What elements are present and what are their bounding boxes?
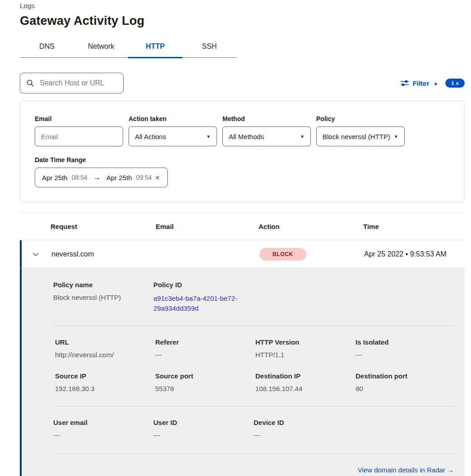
row-expand-chevron-icon[interactable] <box>32 252 39 256</box>
email-field-input[interactable] <box>35 126 123 146</box>
column-header-email: Email <box>156 223 259 230</box>
date-range-picker[interactable]: Apr 25th 08:54 → Apr 25th 09:54 × <box>35 168 168 187</box>
page-title: Gateway Activity Log <box>20 14 465 28</box>
method-select[interactable]: All Methods ▼ <box>222 126 311 146</box>
log-type-tabs: DNS Network HTTP SSH <box>20 38 236 58</box>
range-start-time: 08:54 <box>72 174 88 181</box>
column-header-time: Time <box>363 223 465 230</box>
destination-ip-block: Destination IP 108.156.107.44 <box>255 372 356 392</box>
view-domain-details-radar-link[interactable]: View domain details in Radar → <box>358 466 454 474</box>
row-request-cell: neverssl.com <box>51 250 157 258</box>
url-value: http://neverssl.com/ <box>55 351 155 359</box>
policy-id-block: Policy ID a91c3eb4-ba7a-4201-be72-29a934… <box>153 281 254 313</box>
chevron-down-icon: ▼ <box>206 134 211 139</box>
is-isolated-value: --- <box>356 351 455 359</box>
search-filter-bar: Filter ▲ 1 x <box>20 73 465 93</box>
row-detail-panel: Policy name Block neverssl (HTTP) Policy… <box>20 268 465 476</box>
is-isolated-block: Is Isolated --- <box>356 338 455 359</box>
policy-id-label: Policy ID <box>153 281 254 289</box>
search-input[interactable] <box>39 79 117 88</box>
http-detail-row-1: URL http://neverssl.com/ Referer --- HTT… <box>53 326 455 359</box>
method-label: Method <box>222 115 311 122</box>
arrow-right-icon: → <box>93 173 101 182</box>
date-time-range-label: Date Time Range <box>35 156 450 163</box>
policy-selected-value: Block neverssl (HTTP) <box>323 133 390 140</box>
range-end-date: Apr 25th <box>106 174 132 182</box>
http-section: URL http://neverssl.com/ Referer --- HTT… <box>53 326 455 406</box>
tab-dns[interactable]: DNS <box>20 38 74 57</box>
table-row[interactable]: neverssl.com BLOCK Apr 25 2022 • 9:53:53… <box>20 240 465 268</box>
destination-ip-label: Destination IP <box>255 372 356 380</box>
referer-value: --- <box>155 351 255 359</box>
referer-block: Referer --- <box>155 338 255 359</box>
filter-fields-row: Email Action taken All Actions ▼ Method … <box>35 115 450 146</box>
device-id-label: Device ID <box>254 419 354 426</box>
action-taken-label: Action taken <box>129 115 217 122</box>
user-email-block: User email --- <box>53 419 153 439</box>
action-taken-selected-value: All Actions <box>135 133 166 140</box>
policy-id-link[interactable]: a91c3eb4-ba7a-4201-be72-29a934dd359d <box>153 294 242 313</box>
source-port-label: Source port <box>155 372 255 380</box>
range-start-date: Apr 25th <box>42 174 68 182</box>
table-header-row: Request Email Action Time <box>20 213 465 240</box>
user-email-value: --- <box>53 431 153 439</box>
policy-name-label: Policy name <box>53 281 153 289</box>
filter-field-policy: Policy Block neverssl (HTTP) ▼ <box>316 115 405 146</box>
url-block: URL http://neverssl.com/ <box>55 338 155 359</box>
gateway-activity-log-page: Logs Gateway Activity Log DNS Network HT… <box>0 0 471 476</box>
source-ip-label: Source IP <box>55 372 155 380</box>
email-field-label: Email <box>35 115 123 122</box>
search-box[interactable] <box>20 73 124 93</box>
is-isolated-label: Is Isolated <box>356 338 455 346</box>
activity-log-table: Request Email Action Time neverssl.com B… <box>20 213 465 476</box>
source-ip-block: Source IP 192.168.30.3 <box>55 372 155 392</box>
breadcrumb[interactable]: Logs <box>20 2 465 9</box>
destination-port-label: Destination port <box>356 372 455 380</box>
url-label: URL <box>55 338 155 346</box>
chevron-down-icon: ▼ <box>300 134 305 139</box>
source-port-value: 55378 <box>155 385 255 392</box>
filter-toggle[interactable]: Filter ▲ 1 x <box>401 79 465 88</box>
http-version-block: HTTP Version HTTP/1.1 <box>255 338 356 359</box>
device-id-value: --- <box>254 431 354 439</box>
column-header-request: Request <box>51 223 156 230</box>
source-ip-value: 192.168.30.3 <box>55 385 155 392</box>
destination-port-block: Destination port 80 <box>356 372 455 392</box>
user-id-block: User ID --- <box>153 419 254 439</box>
policy-name-block: Policy name Block neverssl (HTTP) <box>53 281 153 313</box>
radar-link-row: View domain details in Radar → <box>53 454 455 474</box>
user-id-label: User ID <box>153 419 254 426</box>
column-header-action: Action <box>259 223 363 230</box>
policy-label: Policy <box>316 115 405 122</box>
filter-field-method: Method All Methods ▼ <box>222 115 311 146</box>
tab-ssh[interactable]: SSH <box>182 38 236 57</box>
action-taken-select[interactable]: All Actions ▼ <box>129 126 217 146</box>
policy-select[interactable]: Block neverssl (HTTP) ▼ <box>316 126 405 146</box>
user-section: User email --- User ID --- Device ID --- <box>53 406 455 453</box>
device-id-block: Device ID --- <box>254 419 354 439</box>
source-port-block: Source port 55378 <box>155 372 255 392</box>
filter-panel: Email Action taken All Actions ▼ Method … <box>20 101 465 202</box>
chevron-down-icon: ▼ <box>394 134 398 139</box>
date-time-range-field: Date Time Range Apr 25th 08:54 → Apr 25t… <box>35 156 450 187</box>
http-version-value: HTTP/1.1 <box>255 351 356 359</box>
row-time-cell: Apr 25 2022 • 9:53:53 AM <box>364 250 465 258</box>
filter-field-action-taken: Action taken All Actions ▼ <box>129 115 217 146</box>
tab-network[interactable]: Network <box>74 38 128 57</box>
clear-range-icon[interactable]: × <box>154 173 161 182</box>
user-id-value: --- <box>153 431 254 439</box>
destination-port-value: 80 <box>356 385 455 392</box>
collapse-caret-icon: ▲ <box>433 81 438 86</box>
method-selected-value: All Methods <box>229 133 264 140</box>
user-email-label: User email <box>53 419 153 426</box>
filter-sliders-icon <box>401 80 409 86</box>
range-end-time: 09:54 <box>136 174 152 181</box>
filter-count-badge[interactable]: 1 x <box>445 79 465 88</box>
policy-section: Policy name Block neverssl (HTTP) Policy… <box>53 268 455 326</box>
tab-http[interactable]: HTTP <box>128 38 182 57</box>
referer-label: Referer <box>155 338 255 346</box>
http-version-label: HTTP Version <box>255 338 356 346</box>
policy-name-value: Block neverssl (HTTP) <box>53 294 153 301</box>
search-icon <box>26 79 34 87</box>
http-detail-row-2: Source IP 192.168.30.3 Source port 55378… <box>53 359 455 406</box>
